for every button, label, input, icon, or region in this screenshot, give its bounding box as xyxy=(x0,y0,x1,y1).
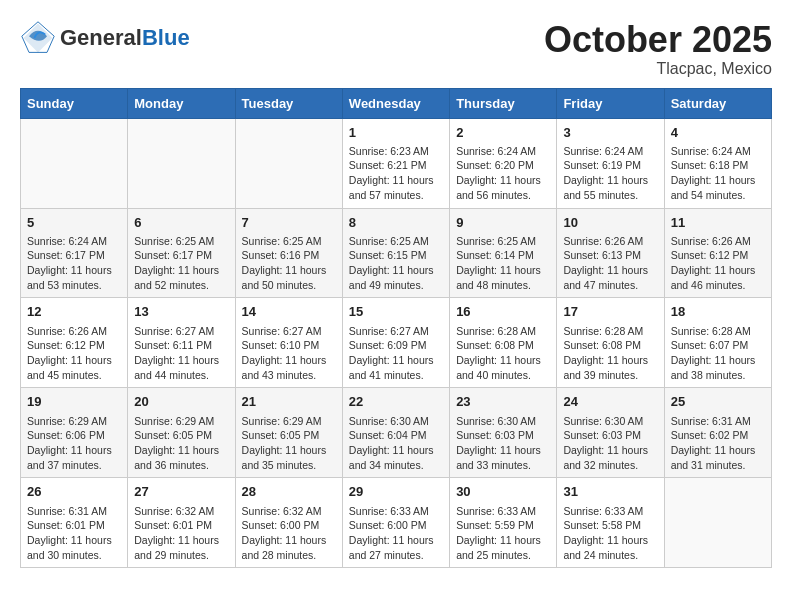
location-title: Tlacpac, Mexico xyxy=(544,60,772,78)
week-row-2: 5Sunrise: 6:24 AM Sunset: 6:17 PM Daylig… xyxy=(21,208,772,298)
day-info: Sunrise: 6:30 AM Sunset: 6:03 PM Dayligh… xyxy=(456,415,541,471)
day-info: Sunrise: 6:23 AM Sunset: 6:21 PM Dayligh… xyxy=(349,145,434,201)
day-header-sunday: Sunday xyxy=(21,88,128,118)
day-info: Sunrise: 6:25 AM Sunset: 6:17 PM Dayligh… xyxy=(134,235,219,291)
calendar-cell: 3Sunrise: 6:24 AM Sunset: 6:19 PM Daylig… xyxy=(557,118,664,208)
calendar-cell: 19Sunrise: 6:29 AM Sunset: 6:06 PM Dayli… xyxy=(21,388,128,478)
day-info: Sunrise: 6:29 AM Sunset: 6:05 PM Dayligh… xyxy=(242,415,327,471)
day-number: 30 xyxy=(456,483,550,501)
calendar-cell: 31Sunrise: 6:33 AM Sunset: 5:58 PM Dayli… xyxy=(557,478,664,568)
calendar-cell: 22Sunrise: 6:30 AM Sunset: 6:04 PM Dayli… xyxy=(342,388,449,478)
calendar-cell: 8Sunrise: 6:25 AM Sunset: 6:15 PM Daylig… xyxy=(342,208,449,298)
calendar-cell: 7Sunrise: 6:25 AM Sunset: 6:16 PM Daylig… xyxy=(235,208,342,298)
logo-text: General Blue xyxy=(60,26,190,50)
calendar-cell: 9Sunrise: 6:25 AM Sunset: 6:14 PM Daylig… xyxy=(450,208,557,298)
day-number: 27 xyxy=(134,483,228,501)
day-info: Sunrise: 6:31 AM Sunset: 6:01 PM Dayligh… xyxy=(27,505,112,561)
calendar-cell: 15Sunrise: 6:27 AM Sunset: 6:09 PM Dayli… xyxy=(342,298,449,388)
day-header-thursday: Thursday xyxy=(450,88,557,118)
day-info: Sunrise: 6:26 AM Sunset: 6:13 PM Dayligh… xyxy=(563,235,648,291)
day-number: 9 xyxy=(456,214,550,232)
calendar-cell: 2Sunrise: 6:24 AM Sunset: 6:20 PM Daylig… xyxy=(450,118,557,208)
calendar-cell: 1Sunrise: 6:23 AM Sunset: 6:21 PM Daylig… xyxy=(342,118,449,208)
logo-general: General xyxy=(60,26,142,50)
day-number: 6 xyxy=(134,214,228,232)
day-number: 20 xyxy=(134,393,228,411)
day-info: Sunrise: 6:33 AM Sunset: 5:58 PM Dayligh… xyxy=(563,505,648,561)
logo: General Blue xyxy=(20,20,190,56)
day-number: 13 xyxy=(134,303,228,321)
day-header-tuesday: Tuesday xyxy=(235,88,342,118)
day-number: 12 xyxy=(27,303,121,321)
day-info: Sunrise: 6:30 AM Sunset: 6:03 PM Dayligh… xyxy=(563,415,648,471)
day-number: 21 xyxy=(242,393,336,411)
day-info: Sunrise: 6:27 AM Sunset: 6:10 PM Dayligh… xyxy=(242,325,327,381)
day-header-wednesday: Wednesday xyxy=(342,88,449,118)
day-info: Sunrise: 6:33 AM Sunset: 6:00 PM Dayligh… xyxy=(349,505,434,561)
day-number: 23 xyxy=(456,393,550,411)
day-info: Sunrise: 6:29 AM Sunset: 6:05 PM Dayligh… xyxy=(134,415,219,471)
day-number: 7 xyxy=(242,214,336,232)
calendar-cell: 14Sunrise: 6:27 AM Sunset: 6:10 PM Dayli… xyxy=(235,298,342,388)
calendar-cell: 5Sunrise: 6:24 AM Sunset: 6:17 PM Daylig… xyxy=(21,208,128,298)
calendar-cell: 21Sunrise: 6:29 AM Sunset: 6:05 PM Dayli… xyxy=(235,388,342,478)
day-info: Sunrise: 6:28 AM Sunset: 6:08 PM Dayligh… xyxy=(456,325,541,381)
day-header-saturday: Saturday xyxy=(664,88,771,118)
day-info: Sunrise: 6:27 AM Sunset: 6:11 PM Dayligh… xyxy=(134,325,219,381)
day-info: Sunrise: 6:31 AM Sunset: 6:02 PM Dayligh… xyxy=(671,415,756,471)
day-number: 11 xyxy=(671,214,765,232)
day-number: 1 xyxy=(349,124,443,142)
calendar-cell xyxy=(235,118,342,208)
day-number: 19 xyxy=(27,393,121,411)
day-number: 14 xyxy=(242,303,336,321)
calendar-cell: 23Sunrise: 6:30 AM Sunset: 6:03 PM Dayli… xyxy=(450,388,557,478)
calendar-cell: 13Sunrise: 6:27 AM Sunset: 6:11 PM Dayli… xyxy=(128,298,235,388)
day-info: Sunrise: 6:24 AM Sunset: 6:18 PM Dayligh… xyxy=(671,145,756,201)
day-number: 24 xyxy=(563,393,657,411)
day-info: Sunrise: 6:26 AM Sunset: 6:12 PM Dayligh… xyxy=(27,325,112,381)
calendar-cell: 12Sunrise: 6:26 AM Sunset: 6:12 PM Dayli… xyxy=(21,298,128,388)
calendar-cell: 25Sunrise: 6:31 AM Sunset: 6:02 PM Dayli… xyxy=(664,388,771,478)
week-row-4: 19Sunrise: 6:29 AM Sunset: 6:06 PM Dayli… xyxy=(21,388,772,478)
day-info: Sunrise: 6:33 AM Sunset: 5:59 PM Dayligh… xyxy=(456,505,541,561)
calendar-cell: 28Sunrise: 6:32 AM Sunset: 6:00 PM Dayli… xyxy=(235,478,342,568)
day-header-monday: Monday xyxy=(128,88,235,118)
day-header-friday: Friday xyxy=(557,88,664,118)
day-info: Sunrise: 6:28 AM Sunset: 6:07 PM Dayligh… xyxy=(671,325,756,381)
calendar-cell xyxy=(21,118,128,208)
calendar-cell: 18Sunrise: 6:28 AM Sunset: 6:07 PM Dayli… xyxy=(664,298,771,388)
day-number: 15 xyxy=(349,303,443,321)
day-number: 10 xyxy=(563,214,657,232)
day-info: Sunrise: 6:25 AM Sunset: 6:15 PM Dayligh… xyxy=(349,235,434,291)
day-number: 3 xyxy=(563,124,657,142)
day-number: 28 xyxy=(242,483,336,501)
day-number: 18 xyxy=(671,303,765,321)
header-row: SundayMondayTuesdayWednesdayThursdayFrid… xyxy=(21,88,772,118)
day-number: 4 xyxy=(671,124,765,142)
day-info: Sunrise: 6:28 AM Sunset: 6:08 PM Dayligh… xyxy=(563,325,648,381)
day-info: Sunrise: 6:25 AM Sunset: 6:14 PM Dayligh… xyxy=(456,235,541,291)
day-info: Sunrise: 6:27 AM Sunset: 6:09 PM Dayligh… xyxy=(349,325,434,381)
calendar-cell: 6Sunrise: 6:25 AM Sunset: 6:17 PM Daylig… xyxy=(128,208,235,298)
calendar-table: SundayMondayTuesdayWednesdayThursdayFrid… xyxy=(20,88,772,569)
calendar-cell xyxy=(664,478,771,568)
day-info: Sunrise: 6:25 AM Sunset: 6:16 PM Dayligh… xyxy=(242,235,327,291)
calendar-cell: 30Sunrise: 6:33 AM Sunset: 5:59 PM Dayli… xyxy=(450,478,557,568)
day-info: Sunrise: 6:32 AM Sunset: 6:00 PM Dayligh… xyxy=(242,505,327,561)
calendar-cell: 11Sunrise: 6:26 AM Sunset: 6:12 PM Dayli… xyxy=(664,208,771,298)
day-number: 2 xyxy=(456,124,550,142)
day-info: Sunrise: 6:26 AM Sunset: 6:12 PM Dayligh… xyxy=(671,235,756,291)
day-number: 5 xyxy=(27,214,121,232)
day-number: 22 xyxy=(349,393,443,411)
day-number: 17 xyxy=(563,303,657,321)
day-number: 26 xyxy=(27,483,121,501)
logo-icon xyxy=(20,20,56,56)
day-info: Sunrise: 6:29 AM Sunset: 6:06 PM Dayligh… xyxy=(27,415,112,471)
day-number: 16 xyxy=(456,303,550,321)
day-number: 29 xyxy=(349,483,443,501)
day-info: Sunrise: 6:32 AM Sunset: 6:01 PM Dayligh… xyxy=(134,505,219,561)
day-info: Sunrise: 6:30 AM Sunset: 6:04 PM Dayligh… xyxy=(349,415,434,471)
logo-blue: Blue xyxy=(142,26,190,50)
day-number: 31 xyxy=(563,483,657,501)
month-title: October 2025 xyxy=(544,20,772,60)
